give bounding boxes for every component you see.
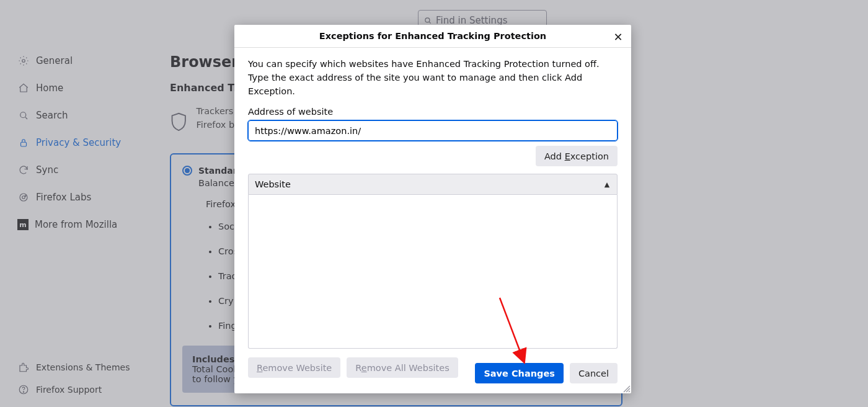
modal-description: You can specify which websites have Enha… [248,58,618,98]
cancel-button[interactable]: Cancel [570,363,618,383]
resize-handle[interactable] [622,384,631,393]
add-exception-button[interactable]: Add Exception [536,146,618,166]
website-list[interactable] [248,195,618,349]
remove-all-websites-button[interactable]: Remove All Websites [347,357,458,378]
close-icon: ✕ [613,30,622,43]
save-changes-button[interactable]: Save Changes [475,363,563,383]
website-list-header[interactable]: Website ▲ [248,174,618,195]
close-button[interactable]: ✕ [611,30,625,43]
address-field-label: Address of website [248,107,618,117]
remove-website-button[interactable]: Remove Website [248,357,340,378]
modal-title: Exceptions for Enhanced Tracking Protect… [319,31,546,41]
exceptions-modal: Exceptions for Enhanced Tracking Protect… [234,25,631,393]
modal-header: Exceptions for Enhanced Tracking Protect… [234,25,631,48]
address-input[interactable] [248,120,618,141]
sort-caret-icon: ▲ [603,181,611,188]
column-header-label: Website [255,179,291,189]
